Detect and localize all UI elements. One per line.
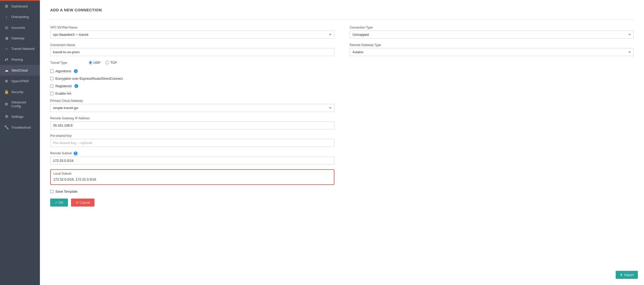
sidebar-item-security[interactable]: 🔒 Security [0, 86, 40, 97]
sidebar-label-settings: Settings [11, 115, 23, 119]
sidebar-item-openvpn[interactable]: ⊕ OpenVPN® [0, 76, 40, 86]
sidebar: ⊞ Dashboard ↑ Onboarding ◎ Accounts 🖥 Ga… [0, 0, 40, 285]
registered-group: Registered i [50, 84, 334, 88]
advanced-config-icon: ⚙ [4, 102, 8, 106]
remote-gw-type-label: Remote Gateway Type [350, 43, 634, 47]
remote-ip-label: Remote Gateway IP Address [50, 117, 334, 120]
remote-subnet-input[interactable] [50, 157, 334, 165]
registered-checkbox[interactable] [50, 84, 54, 88]
preshared-group: Pre-shared Key [50, 134, 334, 147]
sidebar-label-security: Security [11, 90, 23, 94]
encryption-checkbox[interactable] [50, 77, 54, 80]
remote-subnet-group: Remote Subnet i [50, 152, 334, 165]
connection-name-label: Connection Name [50, 43, 334, 47]
onboarding-icon: ↑ [4, 15, 9, 19]
sidebar-label-dashboard: Dashboard [11, 4, 28, 8]
remote-gw-type-group: Remote Gateway Type Aviatrix [350, 43, 634, 56]
connection-name-input[interactable] [50, 48, 334, 56]
algorithms-checkbox[interactable] [50, 69, 54, 73]
sidebar-item-site2cloud[interactable]: ☁ Site2Cloud [0, 65, 40, 76]
radio-group: UDP TCP [89, 61, 117, 65]
connection-type-select[interactable]: Unmapped Mapped [350, 31, 634, 39]
sidebar-item-onboarding[interactable]: ↑ Onboarding [0, 12, 40, 22]
tcp-radio-label[interactable]: TCP [106, 61, 117, 65]
primary-gw-label: Primary Cloud Gateway [50, 99, 334, 103]
sidebar-item-gateway[interactable]: 🖥 Gateway [0, 33, 40, 43]
cancel-button[interactable]: ✕ Cancel [71, 199, 94, 207]
vpc-label: VPC ID/VNet Name [50, 26, 334, 29]
encryption-group: Encryption over ExpressRoute/DirectConne… [50, 77, 334, 81]
import-icon: ⬆ [620, 273, 623, 277]
enable-ha-label: Enable HA [55, 92, 71, 95]
algorithms-label: Algorithms [55, 69, 71, 73]
tunnel-type-row: Tunnel Type UDP TCP [50, 61, 334, 65]
import-label: Import [624, 273, 634, 277]
main-content: ADD A NEW CONNECTION VPC ID/VNet Name vp… [40, 0, 644, 285]
gateway-icon: 🖥 [4, 36, 9, 40]
encryption-label: Encryption over ExpressRoute/DirectConne… [55, 77, 123, 81]
remote-subnet-label: Remote Subnet i [50, 152, 334, 155]
settings-icon: ⚙ [4, 114, 9, 119]
local-subnet-highlighted: Local Subnet [50, 169, 334, 185]
udp-radio[interactable] [89, 61, 92, 64]
remote-subnet-info-icon[interactable]: i [74, 152, 77, 155]
tcp-label: TCP [110, 61, 117, 65]
right-column: Connection Type Unmapped Mapped Remote G… [350, 26, 634, 207]
transit-icon: ↔ [4, 47, 9, 51]
peering-icon: ⇄ [4, 57, 9, 62]
accounts-icon: ◎ [4, 25, 9, 30]
registered-info-icon[interactable]: i [74, 84, 78, 88]
udp-label: UDP [93, 61, 100, 65]
tunnel-type-label: Tunnel Type [50, 61, 73, 65]
dashboard-icon: ⊞ [4, 4, 9, 8]
connection-name-group: Connection Name [50, 43, 334, 56]
sidebar-label-accounts: Accounts [11, 26, 25, 30]
form-grid: VPC ID/VNet Name vpc-9aaedee3-~~transit … [50, 26, 634, 207]
sidebar-label-advanced-config: Advanced Config [11, 100, 36, 108]
openvpn-icon: ⊕ [4, 79, 9, 83]
sidebar-label-gateway: Gateway [11, 36, 24, 40]
udp-radio-label[interactable]: UDP [89, 61, 100, 65]
sidebar-item-advanced-config[interactable]: ⚙ Advanced Config [0, 97, 40, 111]
sidebar-item-settings[interactable]: ⚙ Settings [0, 111, 40, 122]
left-column: VPC ID/VNet Name vpc-9aaedee3-~~transit … [50, 26, 334, 207]
sidebar-label-site2cloud: Site2Cloud [11, 68, 28, 72]
btn-row: ✓ OK ✕ Cancel [50, 199, 334, 207]
sidebar-item-accounts[interactable]: ◎ Accounts [0, 22, 40, 33]
remote-ip-group: Remote Gateway IP Address [50, 117, 334, 129]
sidebar-item-dashboard[interactable]: ⊞ Dashboard [0, 1, 40, 12]
troubleshoot-icon: 🔧 [4, 125, 9, 130]
preshared-input[interactable] [50, 139, 334, 147]
vpc-select[interactable]: vpc-9aaedee3-~~transit [50, 31, 334, 39]
algorithms-info-icon[interactable]: i [74, 69, 78, 73]
title-divider [50, 19, 634, 20]
local-subnet-group: Local Subnet [50, 169, 334, 185]
sidebar-label-onboarding: Onboarding [11, 15, 29, 19]
sidebar-item-troubleshoot[interactable]: 🔧 Troubleshoot [0, 122, 40, 133]
import-button[interactable]: ⬆ Import [616, 271, 638, 279]
local-subnet-label: Local Subnet [53, 172, 331, 175]
security-icon: 🔒 [4, 90, 9, 94]
sidebar-label-transit: Transit Network [11, 47, 35, 51]
registered-label: Registered [55, 84, 72, 88]
sidebar-item-peering[interactable]: ⇄ Peering [0, 54, 40, 65]
primary-gw-select[interactable]: simple-transit-gw [50, 104, 334, 112]
sidebar-label-openvpn: OpenVPN® [11, 79, 29, 83]
connection-type-label: Connection Type [350, 26, 634, 29]
local-subnet-input[interactable] [53, 176, 331, 182]
remote-gw-type-select[interactable]: Aviatrix [350, 48, 634, 56]
save-template-label: Save Template [55, 190, 77, 193]
tcp-radio[interactable] [106, 61, 109, 64]
save-template-group: Save Template [50, 190, 334, 193]
sidebar-item-transit-network[interactable]: ↔ Transit Network [0, 43, 40, 54]
remote-ip-input[interactable] [50, 121, 334, 129]
ok-button[interactable]: ✓ OK [50, 199, 68, 207]
save-template-checkbox[interactable] [50, 190, 54, 193]
sidebar-label-troubleshoot: Troubleshoot [11, 126, 31, 129]
enable-ha-group: Enable HA [50, 92, 334, 95]
sidebar-label-peering: Peering [11, 58, 23, 61]
primary-gw-group: Primary Cloud Gateway simple-transit-gw [50, 99, 334, 112]
vpc-group: VPC ID/VNet Name vpc-9aaedee3-~~transit [50, 26, 334, 39]
enable-ha-checkbox[interactable] [50, 92, 54, 95]
connection-type-group: Connection Type Unmapped Mapped [350, 26, 634, 39]
